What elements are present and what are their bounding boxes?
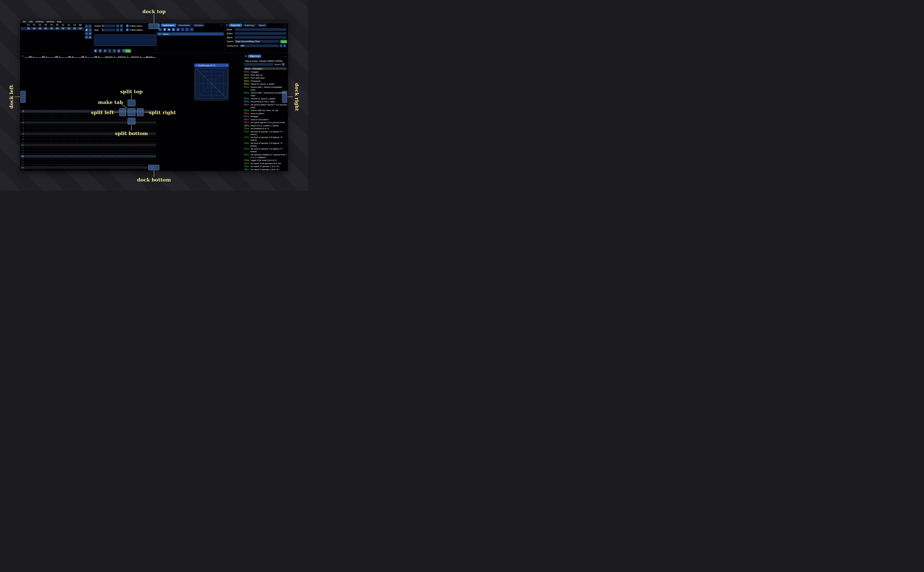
order-cell[interactable]: 00 xyxy=(66,27,72,30)
assets-tab[interactable]: Wavetables xyxy=(177,23,192,27)
instrument-list-item-none[interactable]: - None - xyxy=(157,33,224,36)
pattern-row[interactable]: 2 xyxy=(20,116,156,118)
instrument-organize-button[interactable] xyxy=(176,28,180,31)
tuning-increase-button[interactable]: + xyxy=(283,44,286,47)
tuning-decrease-button[interactable]: − xyxy=(280,44,282,47)
octave-increase-button[interactable]: + xyxy=(120,25,123,27)
song-tab[interactable]: Speed xyxy=(257,23,267,27)
channel-header[interactable]: Square 2 xyxy=(117,54,130,58)
pattern-cells[interactable] xyxy=(25,118,156,121)
pattern-cells[interactable] xyxy=(25,127,156,129)
play-from-start-button[interactable] xyxy=(98,49,102,53)
order-cell[interactable]: 00 xyxy=(25,27,31,30)
oscilloscope-close-button[interactable]: × xyxy=(226,64,229,67)
pattern-row[interactable]: 21 xyxy=(20,169,156,171)
channel-header[interactable]: FM 4 xyxy=(64,54,78,58)
pattern-cells[interactable] xyxy=(25,160,156,163)
step-input[interactable] xyxy=(101,28,115,31)
order-cell[interactable]: 00 xyxy=(43,27,49,30)
pattern-cells[interactable] xyxy=(25,138,156,141)
record-button[interactable]: ● xyxy=(112,49,116,53)
song-tab[interactable]: Subsongs xyxy=(243,23,256,27)
pattern-row[interactable]: 4 xyxy=(20,121,156,124)
order-deep-clone-button[interactable] xyxy=(89,32,92,35)
tuning-input[interactable] xyxy=(240,44,279,47)
pattern-row[interactable]: 15 xyxy=(20,152,156,155)
pattern-row[interactable]: 6 xyxy=(20,127,156,129)
order-row[interactable]: 00000000000000000000 xyxy=(21,27,84,30)
split-target-top[interactable] xyxy=(128,100,136,106)
follow-pattern-checkbox[interactable]: ✓ xyxy=(126,28,129,31)
dock-target-right[interactable] xyxy=(282,91,287,103)
channel-header[interactable]: FM 3 xyxy=(51,54,64,58)
pattern-row[interactable]: 0 xyxy=(20,110,156,113)
effect-list-menu-button[interactable]: ≡ xyxy=(282,63,285,66)
pattern-row[interactable]: 16 xyxy=(20,155,156,158)
step-increase-button[interactable]: + xyxy=(120,28,123,31)
effect-list-close-button[interactable]: × xyxy=(284,55,287,58)
step-down-button[interactable]: ↓ xyxy=(108,49,111,53)
instrument-open-button[interactable] xyxy=(167,28,171,31)
instrument-duplicate-button[interactable] xyxy=(163,28,166,31)
instrument-move-down-button[interactable]: ↓ xyxy=(185,28,189,31)
order-edit-mode-button[interactable] xyxy=(89,36,92,39)
pattern-expand-button[interactable]: ++ xyxy=(21,55,23,57)
album-field[interactable] xyxy=(235,36,287,39)
order-duplicate-button[interactable] xyxy=(85,28,88,31)
menu-item[interactable]: file xyxy=(22,20,27,23)
pattern-cells[interactable] xyxy=(25,169,156,171)
system-field[interactable] xyxy=(235,40,279,43)
play-button[interactable]: ▶ xyxy=(94,49,97,53)
name-field[interactable] xyxy=(235,28,287,31)
pattern-cells[interactable] xyxy=(25,113,156,115)
channel-header[interactable]: FM 6 xyxy=(90,54,104,58)
pattern-cells[interactable] xyxy=(25,149,156,152)
instrument-move-up-button[interactable]: ↑ xyxy=(181,28,184,31)
assets-tab[interactable]: Instruments xyxy=(161,23,176,27)
order-cell[interactable]: 00 xyxy=(60,27,66,30)
pattern-cells[interactable] xyxy=(25,121,156,124)
pattern-row[interactable]: 12 xyxy=(20,144,156,146)
pattern-cells[interactable] xyxy=(25,116,156,118)
split-target-bottom[interactable] xyxy=(128,118,136,124)
instrument-save-button[interactable] xyxy=(172,28,175,31)
pattern-row[interactable]: 13 xyxy=(20,146,156,149)
pattern-cells[interactable] xyxy=(25,155,156,158)
channel-header[interactable]: Square 3 xyxy=(130,54,143,58)
order-add-button[interactable]: + xyxy=(85,25,88,28)
effect-search-input[interactable] xyxy=(244,63,273,66)
oscilloscope-title-bar[interactable]: ▼ Oscilloscope (X-Y) × xyxy=(195,64,229,67)
dock-target-left[interactable] xyxy=(20,91,25,103)
pattern-cells[interactable] xyxy=(25,152,156,155)
effect-list-tab[interactable]: Effect List xyxy=(248,54,261,58)
channel-header[interactable]: Square 1 xyxy=(104,54,117,58)
assets-tab[interactable]: Samples xyxy=(193,23,205,27)
order-cell[interactable]: 00 xyxy=(31,27,37,30)
order-cell[interactable]: 00 xyxy=(72,27,78,30)
order-move-up-button[interactable] xyxy=(89,28,92,31)
make-tab-target[interactable] xyxy=(128,108,136,116)
collapse-button[interactable]: ▼ xyxy=(226,24,228,26)
pattern-cells[interactable] xyxy=(25,124,156,127)
follow-orders-checkbox[interactable]: ✓ xyxy=(126,25,129,27)
system-auto-button[interactable]: Auto xyxy=(280,40,287,43)
order-change-mode-button[interactable]: ⇄ xyxy=(85,36,88,39)
pattern-cells[interactable] xyxy=(25,158,156,160)
split-target-right[interactable] xyxy=(137,108,143,116)
split-target-left[interactable] xyxy=(119,108,126,116)
channel-header[interactable]: FM 1 xyxy=(25,54,38,58)
menu-item[interactable]: window xyxy=(45,20,56,23)
pattern-row[interactable]: 3 xyxy=(20,118,156,121)
pattern-row[interactable]: 19 xyxy=(20,163,156,166)
order-cell[interactable]: 00 xyxy=(55,27,60,30)
collapse-button[interactable]: ▼ xyxy=(245,55,247,58)
song-close-button[interactable]: × xyxy=(284,24,287,26)
channel-header[interactable]: FM 2 xyxy=(38,54,51,58)
instrument-delete-button[interactable]: × xyxy=(190,28,193,31)
order-cell[interactable]: 00 xyxy=(48,27,55,30)
step-decrease-button[interactable]: − xyxy=(116,28,119,31)
pattern-row[interactable]: 11 xyxy=(20,141,156,144)
order-cell[interactable]: 00 xyxy=(78,27,83,30)
order-cell[interactable]: 00 xyxy=(37,27,43,30)
metronome-button[interactable] xyxy=(117,49,120,53)
